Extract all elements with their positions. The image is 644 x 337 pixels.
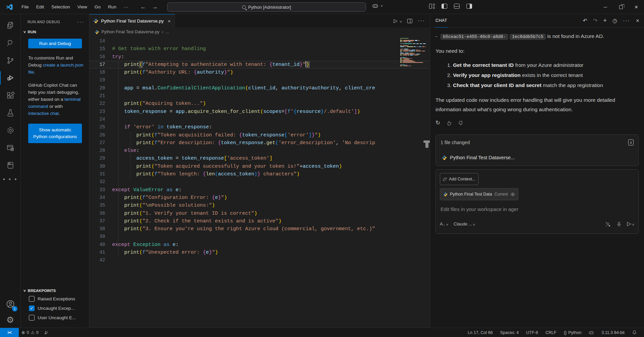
code-line-41[interactable]: 41 print(f"Unexpected error: {e}") bbox=[89, 249, 430, 256]
code-line-22[interactable]: 22 print("Acquiring token...") bbox=[89, 100, 430, 108]
notifications-bell-icon[interactable] bbox=[628, 330, 641, 335]
line-number[interactable]: 22 bbox=[89, 100, 112, 108]
chat-tab[interactable]: CHAT bbox=[435, 14, 448, 28]
menu-file[interactable]: File bbox=[18, 3, 32, 11]
retry-icon[interactable]: ↻ bbox=[435, 118, 440, 128]
chat-input-placeholder[interactable]: Edit files in your workspace in ager bbox=[441, 205, 634, 214]
checkbox-unchecked[interactable] bbox=[29, 296, 35, 302]
activity-remote-box[interactable] bbox=[0, 157, 21, 174]
add-context-button[interactable]: Add Context... bbox=[440, 173, 478, 185]
code-editor[interactable]: 1415# Get token with error handling16try… bbox=[89, 36, 430, 328]
line-number[interactable]: 16 bbox=[89, 53, 112, 61]
settings-gear-icon[interactable]: ⚙ bbox=[6, 315, 14, 324]
chat-mode-select[interactable]: A..∨ bbox=[440, 219, 448, 229]
line-number[interactable]: 31 bbox=[89, 170, 112, 178]
activity-database[interactable] bbox=[0, 139, 21, 157]
line-number[interactable]: 18 bbox=[89, 69, 112, 76]
line-number[interactable]: 28 bbox=[89, 147, 112, 155]
breakpoint-row[interactable]: ✓Uncaught Excep... bbox=[29, 305, 86, 311]
activity-explorer[interactable] bbox=[0, 17, 21, 34]
toggle-panel-icon[interactable] bbox=[454, 4, 460, 9]
line-number[interactable]: 26 bbox=[89, 131, 112, 139]
thumbs-up-icon[interactable] bbox=[446, 120, 452, 126]
split-editor-icon[interactable] bbox=[407, 19, 412, 23]
breakpoint-row[interactable]: Raised Exceptions bbox=[29, 296, 86, 302]
line-number[interactable]: 20 bbox=[89, 84, 112, 92]
line-number[interactable]: 27 bbox=[89, 139, 112, 147]
line-number[interactable]: 41 bbox=[89, 249, 112, 256]
restore-button[interactable] bbox=[613, 0, 629, 14]
sash-drag-handle[interactable] bbox=[425, 140, 428, 148]
code-line-23[interactable]: 23 token_response = app.acquire_token_fo… bbox=[89, 108, 430, 116]
line-number[interactable]: 33 bbox=[89, 186, 112, 194]
code-line-40[interactable]: 40except Exception as e: bbox=[89, 241, 430, 249]
tab-python-file[interactable]: Python Final Test Dataverse.py × bbox=[89, 14, 175, 28]
language-mode[interactable]: {}Python bbox=[560, 330, 585, 335]
code-line-15[interactable]: 15# Get token with error handling bbox=[89, 45, 430, 53]
code-line-30[interactable]: 30 print("Token acquired successfully an… bbox=[89, 163, 430, 170]
toggle-primary-sidebar-icon[interactable] bbox=[442, 4, 447, 9]
debug-status-icon[interactable] bbox=[41, 330, 52, 335]
activity-more-icon[interactable]: • • • bbox=[3, 176, 18, 183]
send-button[interactable]: ▷∨ bbox=[627, 219, 634, 229]
nav-forward-icon[interactable]: → bbox=[152, 4, 158, 10]
menu-go[interactable]: Go bbox=[91, 3, 104, 11]
breakpoint-row[interactable]: User Uncaught E... bbox=[29, 315, 86, 321]
line-number[interactable]: 42 bbox=[89, 256, 112, 264]
code-line-39[interactable]: 39 bbox=[89, 233, 430, 241]
menu-run[interactable]: Run bbox=[105, 3, 120, 11]
line-number[interactable]: 14 bbox=[89, 37, 112, 45]
code-line-34[interactable]: 34 print(f"Configuration Error: {e}") bbox=[89, 194, 430, 202]
line-number[interactable]: 30 bbox=[89, 163, 112, 170]
checkbox-checked[interactable]: ✓ bbox=[29, 305, 35, 311]
line-number[interactable]: 21 bbox=[89, 92, 112, 100]
sidebar-more-icon[interactable]: ··· bbox=[77, 19, 84, 25]
line-number[interactable]: 38 bbox=[89, 225, 112, 233]
tab-close-icon[interactable]: × bbox=[168, 18, 171, 24]
activity-extensions[interactable] bbox=[0, 87, 21, 104]
menu-selection[interactable]: Selection bbox=[48, 3, 74, 11]
line-number[interactable]: 40 bbox=[89, 241, 112, 249]
line-number[interactable]: 35 bbox=[89, 202, 112, 209]
code-line-37[interactable]: 37 print("2. Check if the tenant exists … bbox=[89, 217, 430, 225]
code-line-19[interactable]: 19 bbox=[89, 76, 430, 84]
breakpoints-section-header[interactable]: ∨ BREAKPOINTS bbox=[21, 287, 89, 294]
minimize-button[interactable]: ─ bbox=[598, 0, 613, 14]
code-line-14[interactable]: 14 bbox=[89, 37, 430, 45]
nav-back-icon[interactable]: ← bbox=[140, 4, 146, 10]
code-line-38[interactable]: 38 print("3. Ensure you're using the rig… bbox=[89, 225, 430, 233]
sidebar-link[interactable]: interactive chat bbox=[28, 111, 59, 116]
code-line-16[interactable]: 16try: bbox=[89, 53, 430, 61]
encoding[interactable]: UTF-8 bbox=[522, 330, 542, 335]
code-line-27[interactable]: 27 print(f"Error description: {token_res… bbox=[89, 139, 430, 147]
changed-file-row[interactable]: Python Final Test Dataverse... bbox=[436, 150, 638, 166]
chat-input-box[interactable]: Add Context... Python Final Test Data Cu… bbox=[435, 169, 639, 234]
code-line-35[interactable]: 35 print("\nPossible solutions:") bbox=[89, 202, 430, 209]
code-line-42[interactable]: 42 bbox=[89, 256, 430, 264]
activity-testing[interactable] bbox=[0, 104, 21, 122]
code-line-28[interactable]: 28 else: bbox=[89, 147, 430, 155]
cursor-position[interactable]: Ln 17, Col 66 bbox=[464, 330, 496, 335]
editor-more-actions-icon[interactable]: ··· bbox=[418, 18, 425, 24]
line-number[interactable]: 19 bbox=[89, 76, 112, 84]
diff-file-icon[interactable]: ± bbox=[628, 139, 634, 145]
checkbox-unchecked[interactable] bbox=[29, 315, 35, 321]
remote-indicator[interactable]: >< bbox=[0, 328, 19, 337]
line-number[interactable]: 17 bbox=[89, 61, 112, 69]
copilot-menu[interactable]: ∨ bbox=[372, 3, 383, 9]
line-number[interactable]: 32 bbox=[89, 178, 112, 186]
activity-source-control[interactable] bbox=[0, 52, 21, 69]
code-line-20[interactable]: 20 app = msal.ConfidentialClientApplicat… bbox=[89, 84, 430, 92]
chat-more-icon[interactable]: ··· bbox=[623, 18, 630, 24]
code-line-29[interactable]: 29 access_token = token_response['access… bbox=[89, 155, 430, 162]
activity-search[interactable] bbox=[0, 34, 21, 52]
menu-edit[interactable]: Edit bbox=[33, 3, 47, 11]
line-number[interactable]: 34 bbox=[89, 194, 112, 202]
line-number[interactable]: 36 bbox=[89, 210, 112, 217]
activity-run-debug[interactable] bbox=[0, 69, 21, 87]
undo-icon[interactable]: ↶ bbox=[583, 17, 587, 24]
code-line-21[interactable]: 21 bbox=[89, 92, 430, 100]
code-line-33[interactable]: 33except ValueError as e: bbox=[89, 186, 430, 194]
code-line-25[interactable]: 25 if 'error' in token_response: bbox=[89, 123, 430, 131]
minimap[interactable] bbox=[400, 37, 426, 68]
